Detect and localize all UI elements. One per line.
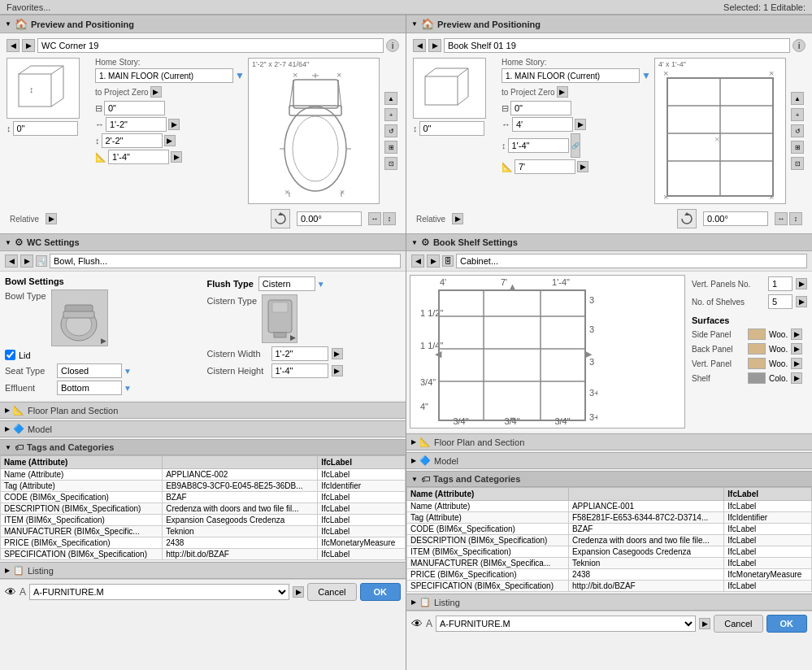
back-panel-expand[interactable]: ▶ [791, 343, 802, 355]
settings-nav-prev-right[interactable]: ◀ [411, 255, 424, 268]
depth-input-right[interactable] [508, 138, 569, 153]
cistern-height-expand[interactable]: ▶ [332, 365, 343, 376]
elev2-expand-left[interactable]: ▶ [171, 151, 182, 163]
svg-rect-30 [274, 333, 286, 337]
floor-plan-header-left[interactable]: ▶ 📐 Floor Plan and Section [0, 402, 406, 419]
elev2-expand-right[interactable]: ▶ [577, 161, 588, 172]
shelf-color[interactable] [748, 372, 766, 384]
wc-thumbnail[interactable]: ▶ [51, 289, 108, 346]
story-select-right[interactable]: 1. MAIN FLOOR (Current) [502, 68, 640, 83]
listing-expand-right[interactable]: ▶ [699, 618, 710, 629]
settings-name-right[interactable] [456, 254, 807, 268]
shelves-expand[interactable]: ▶ [796, 296, 807, 307]
ctrl-btn-5-right[interactable]: ⊡ [791, 157, 804, 170]
cistern-width-expand[interactable]: ▶ [332, 348, 343, 359]
flush-type-select[interactable]: Cistern Flush Valve [258, 276, 315, 291]
tags-header-right[interactable]: ▼ 🏷 Tags and Categories [406, 471, 812, 487]
vert-panel-color[interactable] [748, 358, 766, 369]
floor-plan-header-right[interactable]: ▶ 📐 Floor Plan and Section [406, 433, 812, 450]
settings-nav-next-left[interactable]: ▶ [20, 255, 33, 268]
effluent-select[interactable]: Bottom Back [57, 381, 122, 395]
ok-btn-left[interactable]: OK [360, 583, 402, 601]
vert-panels-input[interactable] [768, 276, 792, 291]
elevation-input-left[interactable] [13, 121, 78, 136]
settings-section-header-left[interactable]: ▼ ⚙ WC Settings [0, 233, 406, 251]
nav-next-left[interactable]: ▶ [22, 39, 35, 52]
project-zero-btn-right[interactable]: ▶ [557, 86, 568, 98]
ctrl-btn-4-right[interactable]: ⊞ [791, 141, 804, 154]
width-input-right[interactable] [512, 117, 573, 132]
tags-header-left[interactable]: ▼ 🏷 Tags and Categories [0, 439, 406, 455]
preview-section-header-right[interactable]: ▼ 🏠 Preview and Positioning [406, 15, 812, 33]
ctrl-btn-4-left[interactable]: ⊞ [384, 141, 397, 154]
settings-nav-prev-left[interactable]: ◀ [5, 255, 18, 268]
shelves-input[interactable] [768, 294, 792, 309]
mirror-h-right[interactable]: ↔ [775, 212, 788, 225]
listing-expand-left[interactable]: ▶ [293, 586, 304, 598]
side-panel-color[interactable] [748, 328, 766, 340]
settings-section-header-right[interactable]: ▼ ⚙ Book Shelf Settings [406, 233, 812, 251]
ctrl-btn-2-right[interactable]: + [791, 108, 804, 121]
rotation-input-left[interactable] [297, 211, 362, 226]
height-input-right[interactable] [510, 101, 571, 115]
nav-prev-left[interactable]: ◀ [7, 39, 20, 52]
side-panel-expand[interactable]: ▶ [791, 328, 802, 340]
vert-panel-expand[interactable]: ▶ [791, 358, 802, 369]
vert-panels-expand[interactable]: ▶ [796, 278, 807, 289]
height-input-left[interactable] [104, 101, 165, 115]
relative-expand-left[interactable]: ▶ [46, 213, 57, 224]
width-input-left[interactable] [106, 117, 167, 132]
ctrl-btn-3-left[interactable]: ↺ [384, 124, 397, 137]
model-header-left[interactable]: ▶ 🔷 Model [0, 420, 406, 437]
listing-header-right[interactable]: ▶ 📋 Listing [406, 594, 812, 611]
vert-panel-label: Vert. Panel [692, 359, 745, 368]
relative-expand-right[interactable]: ▶ [452, 213, 463, 224]
ctrl-btn-1-left[interactable]: ▲ [384, 92, 397, 105]
listing-select-left[interactable]: A-FURNITURE.M [29, 584, 289, 600]
ctrl-btn-5-left[interactable]: ⊡ [384, 157, 397, 170]
preview-collapse-arrow-right: ▼ [411, 20, 418, 28]
ctrl-btn-3-right[interactable]: ↺ [791, 124, 804, 137]
width-expand-right[interactable]: ▶ [575, 119, 586, 130]
cistern-height-input[interactable] [271, 363, 328, 378]
listing-select-right[interactable]: A-FURNITURE.M [436, 616, 696, 632]
elevation-input-right[interactable] [419, 121, 484, 136]
preview-section-header-left[interactable]: ▼ 🏠 Preview and Positioning [0, 15, 406, 33]
depth-expand-left[interactable]: ▶ [164, 135, 176, 146]
settings-nav-next-right[interactable]: ▶ [427, 255, 440, 268]
cancel-btn-left[interactable]: Cancel [307, 583, 356, 601]
lid-checkbox[interactable] [5, 350, 15, 360]
object-name-left[interactable] [37, 38, 384, 53]
mirror-h-left[interactable]: ↔ [368, 212, 381, 225]
preview-right-controls-right: ▲ + ↺ ⊞ ⊡ [789, 58, 805, 204]
depth-input-left[interactable] [102, 133, 163, 148]
mirror-v-left[interactable]: ↕ [383, 212, 396, 225]
listing-header-left[interactable]: ▶ 📋 Listing [0, 562, 406, 579]
elev2-input-right[interactable] [515, 159, 575, 174]
preview-content-right: ◀ ▶ i [406, 33, 812, 233]
model-header-right[interactable]: ▶ 🔷 Model [406, 452, 812, 469]
mirror-v-right[interactable]: ↕ [789, 212, 802, 225]
ctrl-btn-2-left[interactable]: + [384, 108, 397, 121]
cistern-thumbnail[interactable]: ▶ [262, 294, 297, 343]
cistern-width-input[interactable] [271, 346, 328, 361]
info-btn-right[interactable]: i [792, 39, 805, 52]
settings-name-left[interactable] [50, 254, 401, 268]
seat-type-select[interactable]: Closed Open [57, 363, 122, 378]
nav-prev-right[interactable]: ◀ [413, 39, 426, 52]
info-btn-left[interactable]: i [386, 39, 399, 52]
rotation-input-right[interactable] [703, 211, 768, 226]
ok-btn-right[interactable]: OK [766, 615, 808, 633]
width-expand-left[interactable]: ▶ [168, 119, 180, 130]
ctrl-btn-1-right[interactable]: ▲ [791, 92, 804, 105]
back-panel-color[interactable] [748, 343, 766, 355]
listing-row-right: 👁 A A-FURNITURE.M ▶ Cancel OK [406, 611, 812, 636]
elev2-input-left[interactable] [108, 150, 169, 164]
shelf-expand[interactable]: ▶ [791, 372, 802, 384]
right-selected: Selected: 1 Editable: [723, 2, 805, 12]
project-zero-btn-left[interactable]: ▶ [150, 86, 162, 98]
story-select-left[interactable]: 1. MAIN FLOOR (Current) [95, 68, 233, 83]
cancel-btn-right[interactable]: Cancel [714, 615, 762, 633]
object-name-right[interactable] [444, 38, 790, 53]
nav-next-right[interactable]: ▶ [428, 39, 441, 52]
